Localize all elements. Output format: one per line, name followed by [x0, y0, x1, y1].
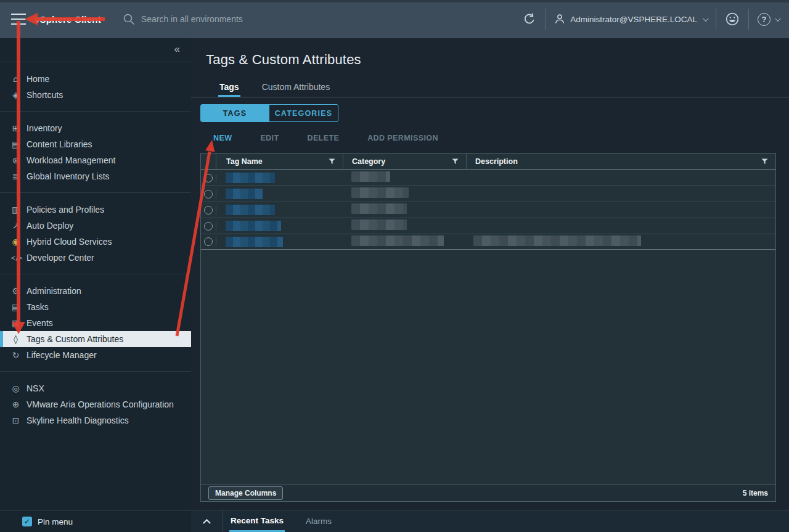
sidebar-collapse-icon[interactable]: « — [174, 43, 180, 55]
redacted-category — [351, 219, 407, 230]
tab-alarms[interactable]: Alarms — [305, 510, 333, 532]
sidebar-item-label: Tasks — [27, 302, 49, 312]
table-footer: Manage Columns 5 items — [201, 485, 775, 501]
user-icon — [554, 14, 565, 25]
sidebar-item-workload-management[interactable]: ⊛Workload Management — [0, 152, 191, 168]
sidebar-item-label: Home — [27, 74, 49, 84]
sidebar-item-policies-and-profiles[interactable]: ▥Policies and Profiles — [0, 202, 191, 218]
inventory-icon: ⊞ — [10, 123, 21, 133]
sidebar-item-lifecycle-manager[interactable]: ↻Lifecycle Manager — [0, 347, 191, 363]
add-permission-button[interactable]: ADD PERMISSION — [367, 134, 438, 142]
tab-recent-tasks[interactable]: Recent Tasks — [229, 510, 285, 532]
redacted-category — [351, 171, 390, 182]
sidebar-item-events[interactable]: ▦Events — [0, 315, 191, 331]
row-radio-button[interactable] — [204, 222, 213, 231]
column-header-tag-name[interactable]: Tag Name — [216, 153, 343, 169]
refresh-button[interactable] — [523, 12, 536, 26]
content-libraries-icon: ▤ — [10, 139, 21, 149]
edit-button[interactable]: EDIT — [260, 134, 279, 142]
topbar-controls: Administrator@VSPHERE.LOCAL ? — [523, 0, 789, 38]
brand-logo[interactable]: vSphere Client — [35, 14, 101, 25]
user-name: Administrator@VSPHERE.LOCAL — [570, 15, 697, 24]
chevron-up-icon — [203, 519, 211, 527]
sidebar-item-inventory[interactable]: ⊞Inventory — [0, 120, 191, 136]
column-label: Category — [352, 157, 385, 166]
column-header-description[interactable]: Description — [466, 153, 775, 169]
new-button[interactable]: NEW — [213, 134, 232, 142]
filter-icon[interactable] — [329, 158, 335, 165]
pin-menu-checkbox[interactable]: ✓ — [22, 517, 32, 526]
table-row[interactable] — [201, 186, 775, 202]
sidebar-item-developer-center[interactable]: </>Developer Center — [0, 250, 191, 266]
sidebar-item-skyline-health[interactable]: ⊡Skyline Health Diagnostics — [0, 412, 191, 428]
sidebar-item-aria-operations[interactable]: ⊕VMware Aria Operations Configuration — [0, 396, 191, 412]
toggle-categories-button[interactable]: CATEGORIES — [269, 105, 338, 121]
sidebar-item-label: Policies and Profiles — [27, 205, 104, 215]
sidebar-item-hybrid-cloud-services[interactable]: ◉Hybrid Cloud Services — [0, 234, 191, 250]
hamburger-menu-icon[interactable] — [11, 14, 26, 25]
redacted-tag-name — [226, 237, 283, 247]
sidebar-item-global-inventory-lists[interactable]: ≣Global Inventory Lists — [0, 168, 191, 184]
manage-columns-button[interactable]: Manage Columns — [208, 486, 283, 500]
table-row[interactable] — [201, 202, 775, 218]
events-icon: ▦ — [10, 318, 21, 328]
aria-operations-icon: ⊕ — [10, 399, 21, 409]
sidebar-item-content-libraries[interactable]: ▤Content Libraries — [0, 136, 191, 152]
row-radio-button[interactable] — [204, 237, 213, 246]
table-row[interactable] — [201, 170, 775, 186]
row-radio-button[interactable] — [204, 174, 213, 182]
user-menu[interactable]: Administrator@VSPHERE.LOCAL — [554, 14, 707, 25]
sidebar-item-auto-deploy[interactable]: ↗Auto Deploy — [0, 218, 191, 234]
sidebar-item-label: Events — [27, 318, 53, 328]
help-menu[interactable]: ? — [758, 13, 779, 26]
sidebar-item-tasks[interactable]: ▤Tasks — [0, 299, 191, 315]
tab-custom-attributes[interactable]: Custom Attributes — [261, 81, 332, 97]
feedback-button[interactable] — [725, 12, 740, 27]
topbar-divider — [545, 9, 546, 30]
row-radio-button[interactable] — [204, 190, 213, 198]
toggle-tags-button[interactable]: TAGS — [201, 105, 269, 121]
policies-profiles-icon: ▥ — [10, 205, 21, 215]
sidebar-item-label: Inventory — [27, 123, 62, 133]
redacted-tag-name — [226, 189, 263, 199]
sidebar-item-label: NSX — [27, 383, 44, 393]
table-row[interactable] — [201, 234, 775, 250]
redacted-tag-name — [226, 221, 281, 231]
lifecycle-manager-icon: ↻ — [10, 350, 21, 360]
window-top-strip — [0, 0, 789, 2]
delete-button[interactable]: DELETE — [307, 134, 339, 142]
auto-deploy-icon: ↗ — [10, 221, 21, 231]
sidebar-item-shortcuts[interactable]: ◈Shortcuts — [0, 87, 191, 103]
chevron-down-icon — [775, 15, 781, 22]
filter-icon[interactable] — [452, 158, 459, 165]
sidebar-item-nsx[interactable]: ◎NSX — [0, 380, 191, 396]
filter-icon[interactable] — [761, 158, 768, 165]
smiley-icon — [725, 12, 740, 27]
tab-tags[interactable]: Tags — [218, 81, 240, 97]
sidebar-item-tags-custom-attributes[interactable]: ◊Tags & Custom Attributes — [0, 331, 191, 347]
row-radio-button[interactable] — [204, 206, 213, 215]
table-header: Tag Name Category Description — [201, 153, 775, 170]
redacted-tag-name — [226, 205, 275, 215]
sidebar-item-label: Skyline Health Diagnostics — [27, 415, 129, 425]
sidebar-item-administration[interactable]: ⚙Administration — [0, 283, 191, 299]
main-content: Tags & Custom Attributes Tags Custom Att… — [191, 38, 789, 510]
column-label: Tag Name — [226, 157, 263, 166]
workload-management-icon: ⊛ — [10, 155, 21, 165]
redacted-category — [351, 187, 409, 198]
global-search-input[interactable]: Search in all environments — [123, 14, 243, 25]
sidebar-group-policies: ▥Policies and Profiles ↗Auto Deploy ◉Hyb… — [0, 193, 191, 274]
administration-icon: ⚙ — [10, 286, 21, 296]
sidebar-item-label: Hybrid Cloud Services — [27, 237, 112, 247]
table-row[interactable] — [201, 218, 775, 234]
tasks-icon: ▤ — [10, 302, 21, 312]
table-empty-area — [201, 250, 775, 485]
column-header-category[interactable]: Category — [343, 153, 466, 169]
topbar-divider — [716, 9, 716, 30]
sidebar-item-label: Lifecycle Manager — [27, 350, 97, 360]
vsphere-client-window: vSphere Client Search in all environment… — [0, 0, 789, 532]
nsx-icon: ◎ — [10, 383, 21, 393]
expand-panel-button[interactable] — [191, 510, 223, 532]
tags-categories-toggle: TAGS CATEGORIES — [200, 104, 338, 122]
sidebar-item-home[interactable]: ⌂Home — [0, 71, 191, 87]
